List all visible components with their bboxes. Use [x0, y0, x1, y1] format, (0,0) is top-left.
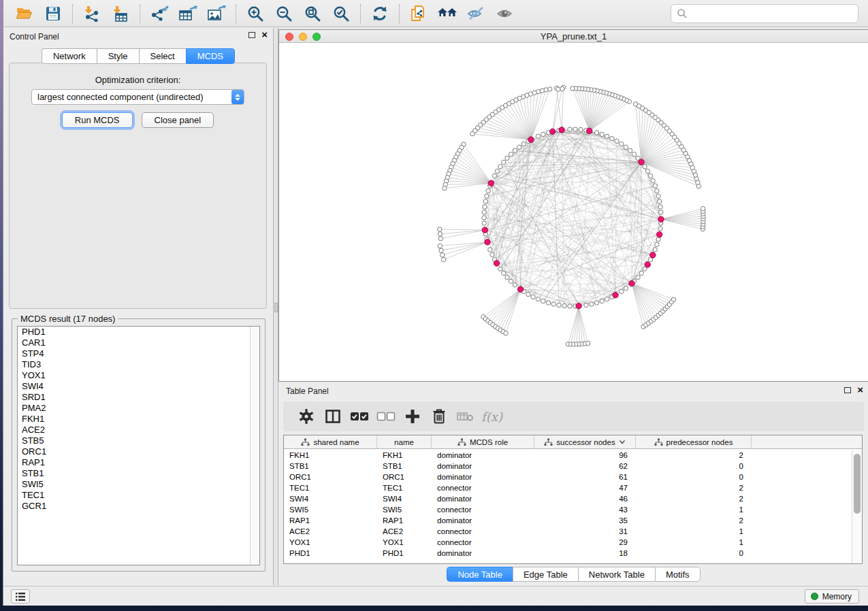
zoom-selected-button[interactable]: [327, 2, 355, 25]
save-session-button[interactable]: [39, 2, 67, 25]
cell-MCDS-role[interactable]: dominator: [432, 472, 534, 482]
import-network-button[interactable]: [78, 2, 106, 25]
close-panel-button[interactable]: Close panel: [142, 112, 214, 128]
cell-predecessor-nodes[interactable]: 2: [636, 493, 752, 504]
cell-successor-nodes[interactable]: 43: [534, 504, 636, 515]
cell-successor-nodes[interactable]: 35: [534, 515, 636, 526]
cell-predecessor-nodes[interactable]: 0: [636, 472, 752, 482]
tab-node-table[interactable]: Node Table: [447, 567, 513, 582]
mcds-result-item[interactable]: YOX1: [18, 370, 259, 381]
refresh-layout-button[interactable]: [366, 2, 394, 25]
cell-successor-nodes[interactable]: 29: [534, 537, 636, 548]
cell-shared-name[interactable]: YOX1: [284, 537, 377, 548]
hide-selected-button[interactable]: [462, 2, 490, 25]
zoom-fit-button[interactable]: [298, 2, 327, 25]
search-box[interactable]: [671, 4, 858, 23]
cell-predecessor-nodes[interactable]: 1: [636, 504, 752, 515]
mcds-result-item[interactable]: ORC1: [18, 446, 259, 457]
cell-shared-name[interactable]: ACE2: [284, 526, 377, 537]
export-network-button[interactable]: [145, 2, 174, 25]
close-panel-icon[interactable]: ×: [261, 31, 268, 38]
table-row[interactable]: FKH1FKH1dominator962: [284, 450, 851, 461]
mcds-result-item[interactable]: TID3: [18, 359, 259, 370]
open-file-button[interactable]: [10, 2, 39, 25]
cell-MCDS-role[interactable]: connector: [432, 537, 534, 548]
mcds-result-item[interactable]: STB5: [18, 435, 259, 446]
mcds-result-item[interactable]: SWI5: [18, 479, 259, 490]
toggle-columns-button[interactable]: [319, 405, 346, 428]
first-neighbors-button[interactable]: [433, 2, 462, 25]
table-row[interactable]: SWI4SWI4dominator462: [284, 493, 851, 504]
run-mcds-button[interactable]: Run MCDS: [62, 112, 133, 128]
minimize-window-icon[interactable]: [299, 33, 307, 41]
mcds-result-item[interactable]: TEC1: [18, 490, 259, 501]
close-panel-icon[interactable]: ×: [857, 386, 863, 393]
table-row[interactable]: TEC1TEC1connector472: [284, 482, 851, 493]
cell-shared-name[interactable]: ORC1: [284, 472, 377, 482]
cell-successor-nodes[interactable]: 47: [534, 482, 636, 493]
cell-name[interactable]: STB1: [377, 461, 432, 472]
cell-predecessor-nodes[interactable]: 2: [636, 482, 752, 493]
deselect-all-checks-button[interactable]: [372, 405, 399, 428]
cell-name[interactable]: FKH1: [377, 450, 432, 461]
cell-name[interactable]: RAP1: [377, 515, 432, 526]
cell-shared-name[interactable]: SWI5: [284, 504, 377, 515]
export-table-button[interactable]: [174, 2, 202, 25]
cell-predecessor-nodes[interactable]: 0: [636, 548, 752, 559]
column-header-shared-name[interactable]: shared name: [284, 435, 377, 448]
cell-MCDS-role[interactable]: dominator: [432, 548, 534, 559]
cell-predecessor-nodes[interactable]: 0: [636, 461, 752, 472]
cell-name[interactable]: TEC1: [377, 482, 432, 493]
copy-network-button[interactable]: [404, 2, 433, 25]
cell-name[interactable]: YOX1: [377, 537, 432, 548]
cell-successor-nodes[interactable]: 46: [534, 493, 636, 504]
cell-MCDS-role[interactable]: connector: [432, 482, 534, 493]
cell-shared-name[interactable]: TEC1: [284, 482, 377, 493]
cell-name[interactable]: SWI5: [377, 504, 432, 515]
table-row[interactable]: SWI5SWI5connector431: [284, 504, 851, 515]
network-graph[interactable]: [279, 43, 868, 381]
maximize-window-icon[interactable]: [312, 33, 321, 41]
cell-predecessor-nodes[interactable]: 2: [636, 450, 752, 461]
export-image-button[interactable]: [202, 2, 231, 25]
mcds-result-item[interactable]: STP4: [18, 348, 259, 359]
memory-button[interactable]: Memory: [805, 589, 859, 604]
table-scrollbar[interactable]: [852, 450, 862, 563]
float-panel-icon[interactable]: [844, 387, 851, 393]
cell-MCDS-role[interactable]: connector: [432, 526, 534, 537]
table-row[interactable]: STB1STB1dominator620: [284, 461, 851, 472]
mcds-result-item[interactable]: FKH1: [18, 414, 259, 425]
cell-shared-name[interactable]: RAP1: [284, 515, 377, 526]
cell-MCDS-role[interactable]: connector: [432, 504, 534, 515]
mcds-result-item[interactable]: RAP1: [18, 457, 259, 468]
table-row[interactable]: YOX1YOX1connector291: [284, 537, 851, 548]
tab-edge-table[interactable]: Edge Table: [513, 567, 578, 582]
cell-predecessor-nodes[interactable]: 2: [636, 515, 752, 526]
float-panel-icon[interactable]: [248, 32, 255, 38]
cell-predecessor-nodes[interactable]: 1: [636, 537, 752, 548]
table-scrollbar-thumb[interactable]: [854, 454, 861, 514]
select-all-checks-button[interactable]: [346, 405, 372, 428]
zoom-in-button[interactable]: [241, 2, 270, 25]
cell-shared-name[interactable]: PHD1: [284, 548, 377, 559]
criterion-dropdown[interactable]: largest connected component (undirected): [31, 89, 244, 105]
table-row[interactable]: PHD1PHD1dominator180: [284, 548, 851, 559]
mcds-result-item[interactable]: STB1: [18, 468, 259, 479]
cell-name[interactable]: ORC1: [377, 472, 432, 482]
cell-successor-nodes[interactable]: 18: [534, 548, 636, 559]
cell-shared-name[interactable]: STB1: [284, 461, 377, 472]
mcds-result-list[interactable]: PHD1CAR1STP4TID3YOX1SWI4SRD1PMA2FKH1ACE2…: [17, 326, 260, 565]
vertical-splitter[interactable]: [273, 28, 278, 585]
add-column-button[interactable]: [399, 405, 425, 428]
task-history-button[interactable]: [11, 589, 30, 604]
cell-MCDS-role[interactable]: dominator: [432, 493, 534, 504]
cell-shared-name[interactable]: FKH1: [284, 450, 377, 461]
cell-successor-nodes[interactable]: 62: [534, 461, 636, 472]
cell-successor-nodes[interactable]: 31: [534, 526, 636, 537]
show-all-button[interactable]: [490, 2, 519, 25]
delete-column-button[interactable]: [425, 405, 452, 428]
table-row[interactable]: ORC1ORC1dominator610: [284, 472, 851, 482]
table-row[interactable]: ACE2ACE2connector311: [284, 526, 851, 537]
splitter-grip[interactable]: [274, 303, 278, 312]
zoom-out-button[interactable]: [270, 2, 298, 25]
